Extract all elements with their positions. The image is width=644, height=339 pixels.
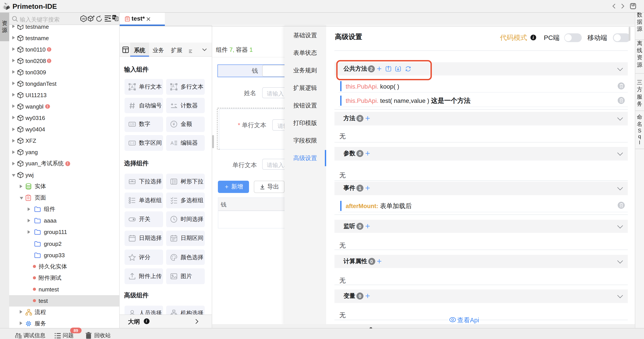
svg-text:¥: ¥ (172, 122, 175, 126)
svg-text:1~3: 1~3 (130, 142, 134, 145)
svg-text:A: A (170, 140, 174, 146)
svg-text:文: 文 (115, 17, 118, 20)
svg-text:AI: AI (82, 17, 85, 20)
svg-text:A: A (172, 84, 174, 88)
svg-text:A: A (131, 85, 134, 89)
svg-text:123: 123 (130, 123, 134, 126)
